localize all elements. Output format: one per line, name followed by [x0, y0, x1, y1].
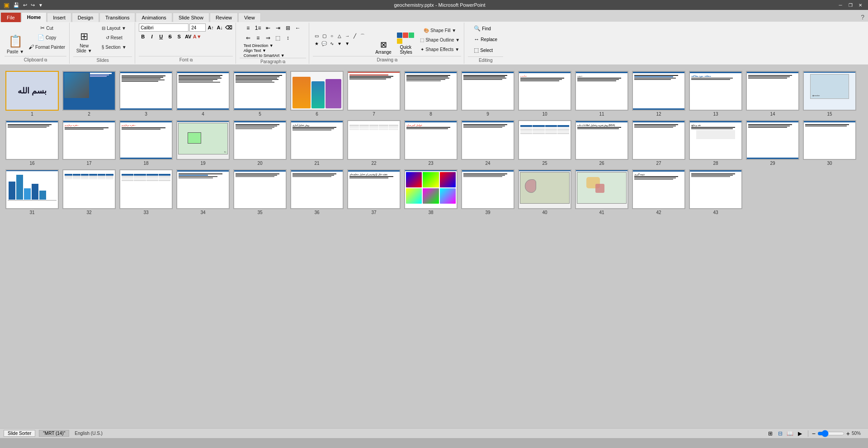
slide-item[interactable]: 33 — [119, 169, 173, 215]
slide-item[interactable]: 6 — [290, 71, 344, 117]
font-shrink-button[interactable]: A↓ — [216, 23, 224, 32]
callout-shape[interactable]: 💬 — [321, 40, 328, 47]
new-slide-button[interactable]: ⊞ NewSlide ▼ — [73, 23, 95, 55]
mrt-tab[interactable]: "MRT (14)" — [39, 430, 69, 437]
slide-item[interactable]: عوامل کمر سازد 23 — [404, 120, 458, 166]
slide-item[interactable]: منطقه مورد مطالعه 13 — [689, 71, 742, 117]
slide-item[interactable]: نتيجه گيری 42 — [632, 169, 685, 215]
slide-sorter[interactable]: بسم الله 1 2 — [0, 65, 868, 428]
undo-icon[interactable]: ↩ — [23, 2, 27, 8]
slide-item[interactable]: بسم الله 1 — [5, 71, 59, 117]
star-shape[interactable]: ★ — [313, 40, 320, 47]
slide-thumbnail[interactable] — [689, 169, 742, 209]
slide-item[interactable]: 43 — [689, 169, 742, 215]
slide-item[interactable]: 25 — [518, 120, 571, 166]
slide-item[interactable]: روش تجزيه و تحليل اطلاعات داده (EDA) 26 — [575, 120, 628, 166]
slide-item[interactable]: 31 — [5, 169, 59, 215]
char-spacing-button[interactable]: AV — [184, 33, 192, 41]
slide-thumbnail[interactable] — [176, 71, 230, 111]
quick-styles-button[interactable]: QuickStyles — [395, 24, 417, 56]
triangle-shape[interactable]: △ — [336, 33, 343, 40]
slide-item[interactable]: 7 — [347, 71, 401, 117]
shape-fill-button[interactable]: 🎨Shape Fill ▼ — [419, 26, 461, 35]
align-center-button[interactable]: ≡ — [254, 33, 263, 42]
slide-thumbnail[interactable] — [518, 169, 571, 209]
text-direction-button[interactable]: Text Direction ▼ Align Text ▼ Convert to… — [244, 43, 285, 58]
slide-item[interactable]: 4 — [176, 71, 230, 117]
font-size-input[interactable] — [189, 23, 206, 32]
format-painter-button[interactable]: 🖌 Format Painter — [27, 42, 66, 51]
rounded-rect-shape[interactable]: ▢ — [321, 33, 328, 40]
copy-button[interactable]: 📄 Copy — [27, 33, 66, 42]
slide-thumbnail[interactable] — [233, 120, 287, 160]
slide-thumbnail[interactable] — [119, 71, 173, 111]
slide-item[interactable]: 20 — [233, 120, 287, 166]
slide-item[interactable]: چكيده 10 — [518, 71, 571, 117]
heart-shape[interactable]: ♥ — [336, 40, 343, 47]
slide-thumbnail[interactable] — [746, 120, 799, 160]
select-button[interactable]: ⬚ Select — [472, 45, 495, 55]
quick-access-toolbar[interactable]: ▣ 💾 ↩ ↪ ▼ — [4, 1, 43, 9]
slide-thumbnail[interactable] — [5, 169, 59, 209]
slide-thumbnail[interactable] — [62, 71, 116, 111]
normal-view-icon[interactable]: ⊞ — [766, 429, 774, 438]
slide-thumbnail[interactable]: نقشه علل (ژئوشیمی) و تحليل مقايسه‌ای — [347, 169, 401, 209]
slide-thumbnail[interactable] — [461, 71, 514, 111]
tab-review[interactable]: Review — [210, 13, 238, 22]
tab-file[interactable]: File — [1, 13, 21, 22]
slide-item[interactable]: نقشه علل (ژئوشیمی) و تحليل مقايسه‌ای 37 — [347, 169, 401, 215]
close-button[interactable]: ✕ — [856, 1, 864, 9]
slide-thumbnail[interactable] — [233, 71, 287, 111]
tab-insert[interactable]: Insert — [47, 13, 71, 22]
bold-button[interactable]: B — [139, 33, 147, 41]
slide-thumbnail[interactable]: نتيجه گيری — [632, 169, 685, 209]
slide-item[interactable]: 22 — [347, 120, 401, 166]
shape-outline-button[interactable]: ⬚Shape Outline ▼ — [419, 35, 461, 44]
slide-thumbnail[interactable] — [632, 71, 685, 111]
curve-shape[interactable]: ∿ — [328, 40, 335, 47]
slide-thumbnail[interactable] — [176, 169, 230, 209]
slide-thumbnail[interactable] — [461, 169, 514, 209]
slide-thumbnail[interactable]: روش تجزيه و تحليل اطلاعات داده (EDA) — [575, 120, 628, 160]
slide-thumbnail[interactable] — [746, 71, 799, 111]
shape-effects-button[interactable]: ✦Shape Effects ▼ — [419, 45, 461, 54]
more-shapes[interactable]: ▼ — [344, 40, 351, 47]
slide-thumbnail[interactable] — [290, 169, 344, 209]
tab-animations[interactable]: Animations — [136, 13, 172, 22]
slide-item[interactable]: 41 — [575, 169, 628, 215]
slide-thumbnail[interactable] — [290, 71, 344, 111]
slide-item[interactable]: 34 — [176, 169, 230, 215]
minimize-button[interactable]: ─ — [836, 1, 844, 9]
slide-sorter-tab[interactable]: Slide Sorter — [4, 430, 35, 437]
redo-icon[interactable]: ↪ — [31, 2, 35, 8]
col-button[interactable]: ⊞ — [283, 23, 292, 33]
zoom-slider[interactable] — [817, 431, 844, 436]
strikethrough-button[interactable]: S — [166, 33, 174, 41]
tab-home[interactable]: Home — [21, 12, 47, 22]
slide-item[interactable]: 3 — [119, 71, 173, 117]
slide-thumbnail[interactable] — [575, 169, 628, 209]
slide-thumbnail[interactable]: منطقه مورد مطالعه — [689, 71, 742, 111]
shadow-button[interactable]: S — [175, 33, 183, 41]
slide-item[interactable]: روش تحليل آماری 21 — [290, 120, 344, 166]
zoom-in-icon[interactable]: + — [846, 430, 850, 437]
slide-item[interactable]: 35 — [233, 169, 287, 215]
clear-format-button[interactable]: ⌫ — [225, 23, 233, 32]
find-button[interactable]: 🔍 Find — [472, 23, 492, 33]
slide-thumbnail[interactable]: نتيجه — [575, 71, 628, 111]
arrow-right-shape[interactable]: → — [344, 33, 351, 40]
slide-thumbnail[interactable]: روش تحليل آماری — [290, 120, 344, 160]
font-name-input[interactable] — [139, 23, 189, 32]
slide-thumbnail[interactable] — [461, 120, 514, 160]
slide-item[interactable]: 2 — [62, 71, 116, 117]
slide-thumbnail[interactable] — [632, 120, 685, 160]
slide-thumbnail[interactable] — [233, 169, 287, 209]
slide-item[interactable]: نتيجه 11 — [575, 71, 628, 117]
italic-button[interactable]: I — [148, 33, 156, 41]
slideshow-view-icon[interactable]: ▶ — [796, 429, 804, 438]
slide-thumbnail[interactable]: نقره برداری و... — [62, 120, 116, 160]
slide-item[interactable]: 32 — [62, 169, 116, 215]
align-left-button[interactable]: ⇐ — [244, 33, 253, 42]
slide-thumbnail[interactable] — [404, 71, 458, 111]
slide-item[interactable]: 5 — [233, 71, 287, 117]
